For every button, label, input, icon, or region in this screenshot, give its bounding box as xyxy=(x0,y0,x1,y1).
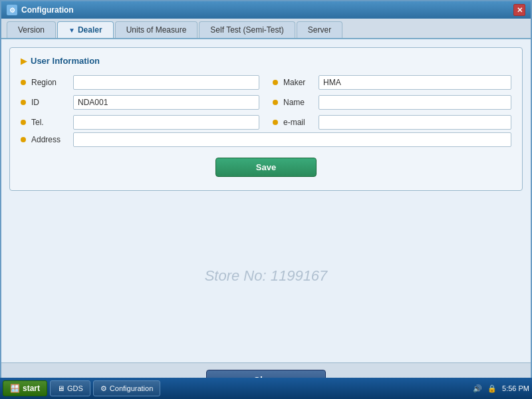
taskbar-configuration-item[interactable]: ⚙ Configuration xyxy=(93,380,160,396)
address-input[interactable] xyxy=(73,132,511,147)
section-title: User Information xyxy=(31,56,100,66)
tel-row: Tel. xyxy=(21,115,259,130)
content-area: ▶ User Information Region Maker xyxy=(1,39,531,362)
form-grid: Region Maker ID Name xyxy=(21,75,511,130)
tab-server[interactable]: Server xyxy=(297,21,342,38)
tel-dot-icon xyxy=(21,120,26,125)
maker-row: Maker xyxy=(273,75,511,90)
start-button[interactable]: 🪟 start xyxy=(3,380,47,396)
tel-label: Tel. xyxy=(31,118,68,127)
address-dot-icon xyxy=(21,137,26,142)
region-label: Region xyxy=(31,78,68,87)
tab-arrow-icon: ▼ xyxy=(68,27,75,34)
clock: 5:56 PM xyxy=(502,384,529,392)
id-row: ID xyxy=(21,95,259,110)
gds-label: GDS xyxy=(67,384,83,392)
taskbar-gds-item[interactable]: 🖥 GDS xyxy=(50,380,90,396)
main-window: ⚙ Configuration ✕ Version ▼Dealer Units … xyxy=(0,0,532,399)
title-bar: ⚙ Configuration ✕ xyxy=(1,1,531,19)
address-label: Address xyxy=(31,135,68,144)
region-row: Region xyxy=(21,75,259,90)
tab-version[interactable]: Version xyxy=(7,21,56,38)
taskbar: 🪟 start 🖥 GDS ⚙ Configuration 🔊 🔒 5:56 P… xyxy=(0,378,532,399)
id-label: ID xyxy=(31,98,68,107)
name-dot-icon xyxy=(273,100,278,105)
maker-dot-icon xyxy=(273,80,278,85)
email-label: e-mail xyxy=(283,118,313,127)
config-taskbar-icon: ⚙ xyxy=(100,384,107,393)
address-row: Address xyxy=(21,132,511,147)
save-button[interactable]: Save xyxy=(215,158,317,177)
tab-dealer[interactable]: ▼Dealer xyxy=(57,21,114,38)
window-close-button[interactable]: ✕ xyxy=(513,4,525,16)
user-information-section: ▶ User Information Region Maker xyxy=(9,47,523,191)
maker-input[interactable] xyxy=(319,75,511,90)
security-icon: 🔒 xyxy=(487,384,497,393)
save-row: Save xyxy=(21,158,511,177)
section-header: ▶ User Information xyxy=(21,56,511,66)
name-row: Name xyxy=(273,95,511,110)
tab-bar: Version ▼Dealer Units of Measure Self Te… xyxy=(1,19,531,39)
window-icon: ⚙ xyxy=(7,5,17,15)
gds-icon: 🖥 xyxy=(57,384,65,392)
tab-self-test[interactable]: Self Test (Semi-Test) xyxy=(199,21,295,38)
name-label: Name xyxy=(283,98,313,107)
maker-label: Maker xyxy=(283,78,313,87)
region-input[interactable] xyxy=(73,75,259,90)
config-taskbar-label: Configuration xyxy=(110,384,153,392)
volume-icon: 🔊 xyxy=(473,384,482,393)
id-input[interactable] xyxy=(73,95,259,110)
email-dot-icon xyxy=(273,120,278,125)
id-dot-icon xyxy=(21,100,26,105)
start-label: start xyxy=(23,384,40,393)
tel-input[interactable] xyxy=(73,115,259,130)
section-triangle-icon: ▶ xyxy=(21,57,27,66)
email-row: e-mail xyxy=(273,115,511,130)
watermark-text: Store No: 1199167 xyxy=(9,198,523,354)
tab-units-of-measure[interactable]: Units of Measure xyxy=(115,21,198,38)
window-title: Configuration xyxy=(21,5,74,15)
region-dot-icon xyxy=(21,80,26,85)
name-input[interactable] xyxy=(319,95,511,110)
title-bar-left: ⚙ Configuration xyxy=(7,5,74,15)
start-icon: 🪟 xyxy=(10,384,20,393)
email-input[interactable] xyxy=(319,115,511,130)
taskbar-right: 🔊 🔒 5:56 PM xyxy=(473,384,529,393)
